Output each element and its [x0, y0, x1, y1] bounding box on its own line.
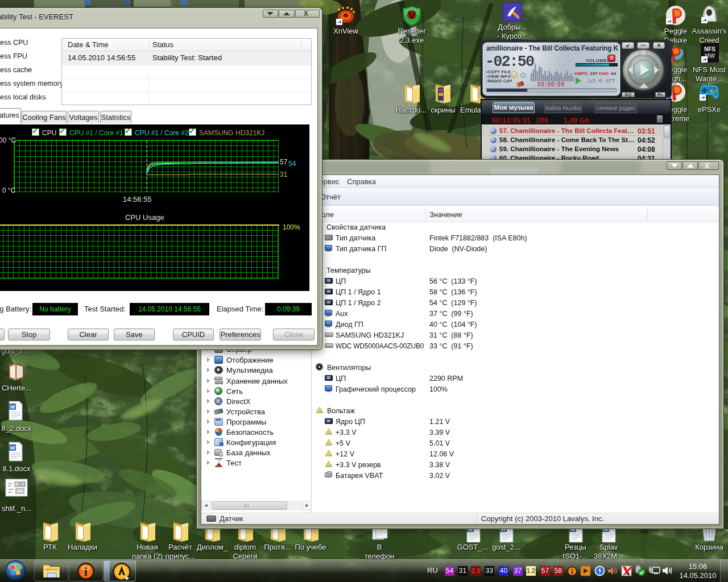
svg-text:NFS: NFS	[704, 46, 715, 52]
svg-text:i: i	[84, 566, 88, 578]
